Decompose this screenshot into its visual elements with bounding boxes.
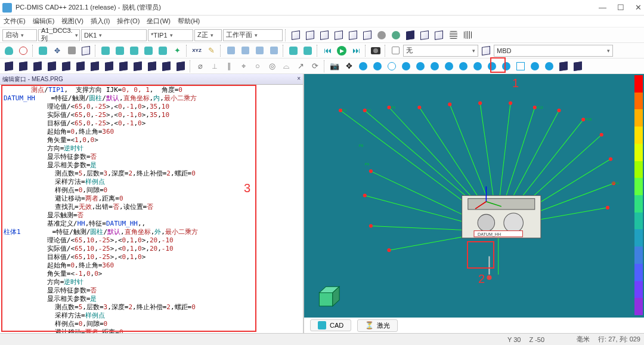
view-cube-8[interactable] [418, 29, 431, 42]
xyz-icon[interactable]: XYZ [190, 44, 203, 57]
vp-tool-rotate[interactable] [500, 60, 513, 73]
feature-cube-3[interactable] [31, 60, 44, 73]
startup-combo[interactable]: 启动▾ [2, 29, 37, 41]
menu-item-6[interactable]: 帮助(H) [178, 17, 200, 26]
minimize-button[interactable]: — [599, 3, 606, 12]
gdt-3-icon[interactable]: ∥ [222, 60, 236, 73]
view-grid-icon[interactable] [447, 29, 460, 42]
menu-item-3[interactable]: 插入(I) [91, 17, 110, 26]
gdt-2-icon[interactable]: ⟂ [208, 60, 221, 73]
vp-tool-6[interactable] [428, 60, 441, 73]
vp-tool-11[interactable] [528, 60, 541, 73]
view-cube-7[interactable] [404, 29, 417, 42]
view-cube-9[interactable] [432, 29, 445, 42]
tab-laser[interactable]: ⏳ 激光 [357, 319, 398, 332]
exec-fb-icon[interactable]: ⏮ [321, 44, 334, 57]
vp-tool-5[interactable] [414, 60, 427, 73]
pencil-icon[interactable]: ✎ [205, 44, 218, 57]
close-button[interactable]: ✕ [635, 3, 642, 12]
feature-cube-1[interactable] [2, 60, 16, 73]
cloud-5-icon[interactable] [128, 44, 141, 57]
menu-item-4[interactable]: 操作(O) [117, 17, 140, 26]
exec-play-icon[interactable]: ▶ [335, 44, 348, 57]
feature-cube-12[interactable] [160, 60, 173, 73]
gdt-8-icon[interactable]: ↗ [294, 60, 307, 73]
mbd-combo[interactable]: MBD▾ [494, 45, 613, 57]
camera-icon[interactable] [369, 44, 382, 57]
menu-item-2[interactable]: 视图(V) [61, 17, 83, 26]
axis-combo[interactable]: Z正▾ [194, 29, 222, 41]
view-cube-5[interactable] [346, 29, 360, 42]
cross-icon[interactable]: ✥ [342, 60, 355, 73]
cloud-down-icon[interactable] [301, 44, 314, 57]
cloud-4-icon[interactable] [113, 44, 126, 57]
cubes-icon[interactable] [479, 44, 493, 57]
feature-cube-2[interactable] [17, 60, 30, 73]
feature-cube-13[interactable] [174, 60, 187, 73]
menu-item-5[interactable]: 坐口(W) [147, 17, 171, 26]
vp-tool-cube-a[interactable] [557, 60, 570, 73]
tip-combo[interactable]: *TIP1▾ [148, 29, 193, 41]
cube-tool-icon[interactable] [79, 44, 92, 57]
feature-cube-7[interactable] [88, 60, 101, 73]
view-cube-1[interactable] [289, 29, 302, 42]
menu-item-1[interactable]: 编辑(E) [33, 17, 55, 26]
gdt-7-icon[interactable]: ⌓ [280, 60, 293, 73]
feature-cube-6[interactable] [74, 60, 87, 73]
cloud-6-icon[interactable] [142, 44, 155, 57]
vp-tool-7[interactable] [442, 60, 456, 73]
move-icon[interactable]: ✥ [51, 44, 64, 57]
group-icon[interactable] [65, 44, 78, 57]
cam-icon[interactable]: 📷 [328, 60, 341, 73]
view-cube-6[interactable] [361, 29, 374, 42]
view-grid2-icon[interactable] [461, 29, 474, 42]
cloud-7-icon[interactable] [156, 44, 169, 57]
vp-tool-4[interactable] [400, 60, 413, 73]
target-icon[interactable] [17, 44, 30, 57]
menu-item-0[interactable]: 文件(E) [4, 17, 26, 26]
view-refresh-icon[interactable] [389, 29, 402, 42]
cloud-up-icon[interactable] [287, 44, 300, 57]
gdt-5-icon[interactable]: ○ [251, 60, 264, 73]
vp-tool-cube-b[interactable] [571, 60, 584, 73]
cloud-1-icon[interactable] [2, 44, 16, 57]
feature-cube-10[interactable] [131, 60, 144, 73]
feature-cube-11[interactable] [145, 60, 159, 73]
feature-cube-5[interactable] [60, 60, 73, 73]
maximize-button[interactable]: ☐ [617, 3, 624, 12]
cad-viewport[interactable]: P1P2P3 P12P18P24 P9P8 DATUM_HH [304, 74, 644, 333]
program-editor[interactable]: 测点/TIP1, 支撑方向 IJK=0, 0, 1, 角度=0DATUM_HH … [0, 85, 303, 333]
vp-tool-12[interactable] [543, 60, 556, 73]
vp-tool-3[interactable] [385, 60, 398, 73]
feature-cube-4[interactable] [45, 60, 58, 73]
editor-close-icon[interactable]: × [297, 75, 301, 83]
vp-tool-9[interactable] [471, 60, 484, 73]
view-cube-4[interactable] [332, 29, 345, 42]
mode-combo[interactable]: 无▾ [403, 45, 478, 57]
report-icon[interactable] [389, 44, 402, 57]
alignment-combo[interactable]: A1_DCC3.列▾ [38, 29, 80, 41]
node-1-icon[interactable] [224, 44, 237, 57]
vp-tool-2[interactable] [371, 60, 384, 73]
tab-cad[interactable]: CAD [310, 319, 351, 331]
node-2-icon[interactable] [239, 44, 252, 57]
dk-combo[interactable]: DK1▾ [81, 29, 147, 41]
gdt-4-icon[interactable]: ⌖ [237, 60, 250, 73]
vp-tool-8[interactable] [457, 60, 470, 73]
node-3-icon[interactable] [253, 44, 266, 57]
view-cube-3[interactable] [318, 29, 331, 42]
feature-cube-9[interactable] [117, 60, 130, 73]
cloud-2-icon[interactable] [36, 44, 49, 57]
gdt-6-icon[interactable]: ◎ [265, 60, 278, 73]
workplane-combo[interactable]: 工作平面▾ [223, 29, 283, 41]
star-tool-icon[interactable]: ✦ [171, 44, 184, 57]
vp-tool-10[interactable] [485, 60, 499, 73]
view-gear-icon[interactable] [375, 29, 388, 42]
gdt-9-icon[interactable]: ⟳ [308, 60, 321, 73]
vp-tool-box[interactable] [514, 60, 527, 73]
exec-ff-icon[interactable]: ⏭ [349, 44, 363, 57]
feature-cube-8[interactable] [103, 60, 116, 73]
vp-tool-1[interactable] [357, 60, 370, 73]
node-4-icon[interactable] [267, 44, 280, 57]
view-cube-2[interactable] [304, 29, 317, 42]
